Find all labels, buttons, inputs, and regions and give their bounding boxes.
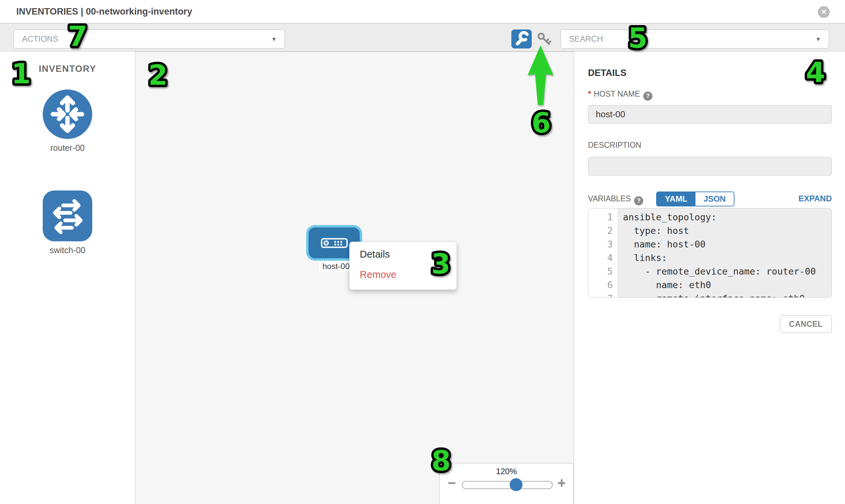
toolbar: ACTIONS ▾ SEARCH ▾	[0, 24, 845, 52]
line-number: 6	[588, 278, 617, 292]
sidebar-item-router[interactable]: router-00	[0, 89, 135, 153]
zoom-slider-track[interactable]	[462, 481, 553, 489]
sidebar-item-label: router-00	[0, 143, 135, 153]
actions-dropdown-label: ACTIONS	[22, 30, 58, 48]
variables-row: VARIABLES? YAML JSON EXPAND	[588, 191, 832, 206]
variables-label: VARIABLES	[588, 194, 631, 203]
details-panel: DETAILS *HOST NAME? DESCRIPTION VARIABLE…	[576, 52, 845, 504]
expand-link[interactable]: EXPAND	[798, 191, 832, 206]
details-panel-title: DETAILS	[588, 68, 627, 78]
inventory-sidebar: INVENTORY router-00	[0, 52, 135, 504]
line-number: 3	[588, 238, 617, 251]
actions-dropdown[interactable]: ACTIONS ▾	[14, 30, 285, 49]
code-line: ansible_topology:	[623, 211, 831, 224]
code-line: type: host	[623, 224, 831, 238]
breadcrumb-title: INVENTORIES | 00-networking-inventory	[16, 0, 192, 23]
line-number: 1	[588, 211, 617, 224]
editor-line-number-gutter: 1 2 3 4 5 6 7	[588, 209, 617, 297]
host-icon	[321, 238, 348, 248]
close-icon[interactable]: ✕	[818, 6, 830, 18]
sidebar-title: INVENTORY	[0, 64, 135, 74]
required-marker: *	[588, 89, 591, 98]
host-name-label-row: *HOST NAME?	[588, 89, 652, 101]
sidebar-item-switch[interactable]: switch-00	[0, 191, 135, 255]
search-dropdown-label: SEARCH	[569, 30, 603, 48]
editor-code-area[interactable]: ansible_topology: type: host name: host-…	[617, 209, 831, 297]
code-line: name: host-00	[623, 238, 831, 251]
app-window: INVENTORIES | 00-networking-inventory ✕ …	[0, 0, 845, 504]
code-line: links:	[623, 251, 831, 265]
code-line: name: eth0	[623, 278, 831, 292]
host-node-label: host-00	[319, 261, 353, 272]
sidebar-item-label: switch-00	[0, 246, 135, 255]
variables-code-editor[interactable]: 1 2 3 4 5 6 7 ansible_topology: type: ho…	[588, 208, 832, 298]
description-label: DESCRIPTION	[588, 141, 641, 150]
search-dropdown[interactable]: SEARCH ▾	[561, 30, 829, 49]
help-icon[interactable]: ?	[634, 196, 643, 205]
code-line: remote_interface_name: eth0	[623, 292, 831, 298]
host-name-input[interactable]	[588, 105, 832, 124]
key-icon	[536, 32, 552, 48]
variables-format-toggle: YAML JSON	[656, 192, 735, 206]
line-number: 4	[588, 251, 617, 265]
wrench-icon	[511, 30, 532, 49]
menu-item-details[interactable]: Details	[360, 249, 390, 260]
description-input[interactable]	[588, 157, 832, 176]
switch-icon	[43, 191, 92, 241]
zoom-slider-handle[interactable]	[510, 478, 523, 491]
code-line: - remote_device_name: router-00	[623, 265, 831, 278]
credentials-button[interactable]	[536, 32, 552, 48]
menu-item-remove[interactable]: Remove	[360, 269, 397, 280]
host-name-label: HOST NAME	[594, 89, 640, 98]
help-icon[interactable]: ?	[643, 91, 652, 101]
topology-canvas[interactable]: host-00 Details Remove 120% − +	[135, 52, 574, 504]
zoom-out-icon[interactable]: −	[447, 475, 456, 491]
line-number: 5	[588, 265, 617, 278]
router-icon	[43, 89, 92, 139]
line-number: 7	[588, 292, 617, 298]
line-number: 2	[588, 224, 617, 238]
cancel-button[interactable]: CANCEL	[780, 315, 832, 333]
tab-json[interactable]: JSON	[696, 192, 734, 206]
zoom-level-value: 120%	[439, 467, 574, 476]
zoom-in-icon[interactable]: +	[558, 475, 566, 491]
header-bar: INVENTORIES | 00-networking-inventory ✕	[0, 0, 845, 24]
tools-button[interactable]	[511, 30, 532, 49]
chevron-down-icon: ▾	[272, 30, 276, 48]
tab-yaml[interactable]: YAML	[657, 192, 696, 206]
zoom-control-panel: 120% − +	[439, 463, 574, 504]
node-context-menu: Details Remove	[349, 242, 457, 290]
chevron-down-icon: ▾	[816, 30, 820, 48]
